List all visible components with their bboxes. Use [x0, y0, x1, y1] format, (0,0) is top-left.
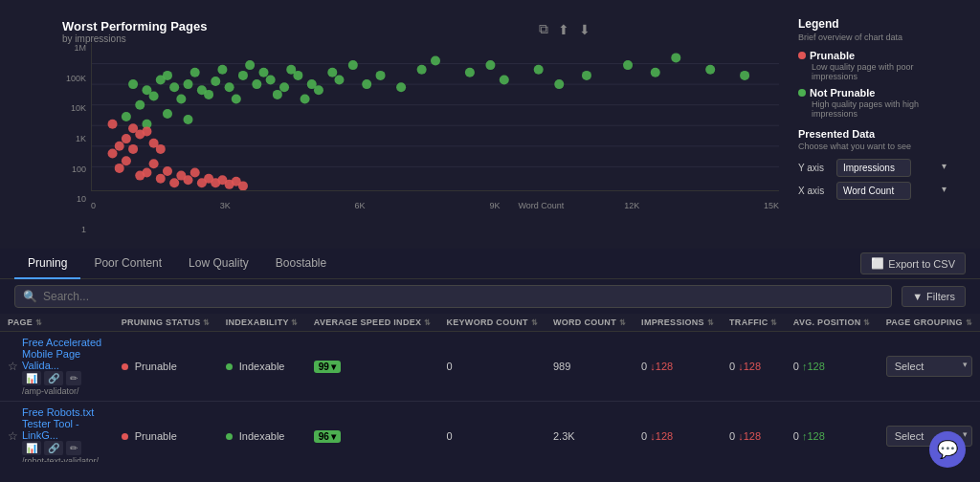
star-button[interactable]: ☆ — [8, 360, 18, 373]
cell-page: ☆ Free Accelerated Mobile Page Valida...… — [0, 332, 114, 402]
copy-icon[interactable]: ⧉ — [537, 19, 550, 39]
svg-point-47 — [582, 71, 591, 80]
x-axis: 0 3K 6K 9K Word Count 12K 15K — [91, 201, 779, 210]
page-actions: 📊 🔗 ✏ — [22, 371, 106, 385]
chart-toolbar: ⧉ ⬆ ⬇ — [537, 19, 592, 39]
svg-point-23 — [266, 76, 276, 85]
prunable-status-dot — [122, 433, 128, 440]
scatter-chart — [91, 43, 779, 191]
svg-point-77 — [122, 134, 131, 143]
svg-point-51 — [705, 65, 715, 75]
svg-point-82 — [108, 120, 118, 129]
tab-boostable[interactable]: Boostable — [262, 249, 340, 279]
svg-point-62 — [142, 168, 151, 178]
svg-point-50 — [671, 53, 680, 62]
export-icon: ⬜ — [871, 257, 884, 270]
indexable-status-dot — [226, 433, 233, 440]
tab-low-quality[interactable]: Low Quality — [175, 249, 262, 279]
prunable-dot — [798, 52, 806, 59]
not-prunable-dot — [798, 89, 806, 97]
x-axis-select[interactable]: Word Count Impressions Traffic — [836, 182, 911, 200]
speed-badge: 99 ▾ — [314, 361, 341, 373]
x-axis-select-wrap[interactable]: Word Count Impressions Traffic — [836, 182, 951, 200]
col-impressions: IMPRESSIONS ⇅ — [634, 314, 722, 332]
page-grouping-select[interactable]: Select Cloud Blog — [886, 356, 972, 377]
svg-point-32 — [301, 95, 310, 104]
indexable-status-dot — [226, 363, 233, 370]
svg-point-21 — [217, 65, 227, 75]
svg-point-29 — [273, 90, 282, 99]
svg-point-43 — [485, 60, 495, 70]
export-csv-button[interactable]: ⬜ Export to CSV — [860, 252, 966, 274]
search-input[interactable] — [43, 290, 883, 303]
svg-point-69 — [190, 168, 200, 178]
legend-subtitle: Brief overview of chart data — [798, 33, 951, 42]
svg-point-10 — [149, 91, 159, 100]
action-chart-icon[interactable]: 📊 — [22, 441, 41, 455]
col-indexability: INDEXABILITY ⇅ — [218, 314, 306, 332]
col-traffic: TRAFFIC ⇅ — [722, 314, 786, 332]
x-axis-title: Word Count — [518, 201, 564, 210]
bottom-area: Pruning Poor Content Low Quality Boostab… — [0, 249, 980, 482]
cell-impressions: 0 ↓128 — [634, 402, 722, 463]
tab-pruning[interactable]: Pruning — [14, 249, 80, 279]
data-table: PAGE ⇅ PRUNING STATUS ⇅ INDEXABILITY ⇅ A… — [0, 314, 980, 462]
page-grouping-select-wrap[interactable]: Select Cloud Blog — [886, 356, 972, 377]
svg-point-24 — [245, 60, 255, 70]
col-avg-speed: AVERAGE SPEED INDEX ⇅ — [306, 314, 439, 332]
svg-point-14 — [135, 100, 145, 110]
filters-button[interactable]: ▼ Filters — [902, 286, 966, 307]
svg-point-81 — [128, 123, 138, 133]
page-link[interactable]: Free Accelerated Mobile Page Valida... — [22, 337, 101, 371]
tabs-bar: Pruning Poor Content Low Quality Boostab… — [0, 249, 980, 279]
cell-avg-position: 0 ↑128 — [786, 402, 879, 463]
svg-point-58 — [122, 156, 131, 165]
svg-point-22 — [252, 79, 261, 89]
svg-point-57 — [108, 149, 118, 159]
action-edit-icon[interactable]: ✏ — [66, 371, 81, 385]
svg-point-6 — [128, 79, 138, 89]
svg-point-48 — [623, 60, 633, 70]
page-path: /robot-text-validator/ — [22, 456, 106, 462]
svg-point-52 — [740, 71, 749, 80]
legend-item-not-prunable: Not Prunable High quality pages with hig… — [798, 87, 951, 119]
chat-bubble[interactable]: 💬 — [929, 431, 966, 468]
action-link-icon[interactable]: 🔗 — [44, 371, 63, 385]
search-icon: 🔍 — [23, 290, 37, 303]
cell-avg-position: 0 ↑128 — [786, 332, 879, 402]
col-word-count: WORD COUNT ⇅ — [546, 314, 634, 332]
cell-indexability: Indexable — [218, 402, 306, 463]
action-link-icon[interactable]: 🔗 — [44, 441, 63, 455]
download-icon[interactable]: ⬇ — [577, 19, 592, 39]
svg-point-37 — [362, 79, 371, 89]
star-button[interactable]: ☆ — [8, 429, 18, 443]
cell-traffic: 0 ↓128 — [722, 402, 786, 463]
y-axis-select[interactable]: Impressions Traffic Word Count — [836, 159, 911, 177]
search-input-wrap[interactable]: 🔍 — [14, 285, 892, 308]
table-row: ☆ Free Accelerated Mobile Page Valida...… — [0, 332, 980, 402]
legend-item-prunable: Prunable Low quality page with poor impr… — [798, 50, 951, 81]
svg-point-44 — [500, 76, 509, 85]
svg-point-45 — [534, 65, 544, 75]
svg-point-40 — [417, 65, 427, 75]
share-icon[interactable]: ⬆ — [556, 19, 571, 39]
cell-pruning-status: Prunable — [114, 332, 218, 402]
prunable-status-dot — [122, 363, 128, 370]
page-link[interactable]: Free Robots.txt Tester Tool - LinkG... — [22, 406, 94, 441]
x-axis-row: X axis Word Count Impressions Traffic — [798, 182, 951, 200]
cell-keyword-count: 0 — [438, 402, 546, 463]
svg-point-66 — [169, 178, 179, 187]
y-axis: 1M 100K 10K 1K 100 10 1 — [48, 43, 91, 234]
action-chart-icon[interactable]: 📊 — [22, 371, 41, 385]
page-actions: 📊 🔗 ✏ — [22, 441, 106, 455]
y-axis-select-wrap[interactable]: Impressions Traffic Word Count — [836, 159, 951, 177]
page-path: /amp-validator/ — [22, 386, 106, 396]
svg-point-80 — [115, 142, 124, 151]
cell-impressions: 0 ↓128 — [634, 332, 722, 402]
svg-point-30 — [286, 65, 296, 75]
tab-poor-content[interactable]: Poor Content — [80, 249, 175, 279]
cell-avg-speed: 96 ▾ — [306, 402, 439, 463]
action-edit-icon[interactable]: ✏ — [66, 441, 81, 455]
cell-indexability: Indexable — [218, 332, 306, 402]
svg-point-12 — [184, 79, 193, 89]
